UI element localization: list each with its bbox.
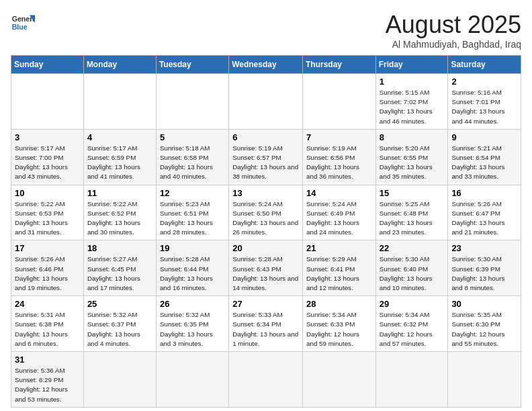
day-number: 18 <box>87 243 152 253</box>
day-number: 17 <box>15 243 80 253</box>
day-number: 10 <box>15 188 80 198</box>
calendar-cell: 9Sunrise: 5:21 AM Sunset: 6:54 PM Daylig… <box>448 129 521 185</box>
day-number: 19 <box>160 243 225 253</box>
calendar-cell: 3Sunrise: 5:17 AM Sunset: 7:00 PM Daylig… <box>11 129 84 185</box>
weekday-header-thursday: Thursday <box>303 56 376 74</box>
day-info: Sunrise: 5:22 AM Sunset: 6:52 PM Dayligh… <box>87 199 152 238</box>
day-info: Sunrise: 5:16 AM Sunset: 7:01 PM Dayligh… <box>451 88 517 126</box>
weekday-header-friday: Friday <box>375 56 448 74</box>
day-number: 31 <box>15 355 80 365</box>
day-number: 11 <box>87 188 152 198</box>
day-number: 14 <box>306 188 372 198</box>
calendar-cell <box>303 74 376 130</box>
calendar-title: August 2025 <box>386 11 521 39</box>
calendar-cell: 24Sunrise: 5:31 AM Sunset: 6:38 PM Dayli… <box>11 296 84 352</box>
calendar-cell: 14Sunrise: 5:24 AM Sunset: 6:49 PM Dayli… <box>303 185 376 240</box>
weekday-header-tuesday: Tuesday <box>156 56 228 74</box>
day-number: 13 <box>232 188 299 198</box>
day-info: Sunrise: 5:22 AM Sunset: 6:53 PM Dayligh… <box>15 199 80 238</box>
calendar-cell: 27Sunrise: 5:33 AM Sunset: 6:34 PM Dayli… <box>229 296 303 352</box>
calendar-cell <box>156 352 228 408</box>
day-info: Sunrise: 5:33 AM Sunset: 6:34 PM Dayligh… <box>232 310 299 349</box>
calendar-cell: 31Sunrise: 5:36 AM Sunset: 6:29 PM Dayli… <box>11 352 84 408</box>
day-number: 9 <box>451 132 517 142</box>
calendar-cell: 21Sunrise: 5:29 AM Sunset: 6:41 PM Dayli… <box>303 240 376 296</box>
day-info: Sunrise: 5:23 AM Sunset: 6:51 PM Dayligh… <box>160 199 225 238</box>
calendar-cell: 23Sunrise: 5:30 AM Sunset: 6:39 PM Dayli… <box>448 240 521 296</box>
calendar-cell: 20Sunrise: 5:28 AM Sunset: 6:43 PM Dayli… <box>229 240 303 296</box>
calendar-cell <box>11 74 84 130</box>
day-info: Sunrise: 5:36 AM Sunset: 6:29 PM Dayligh… <box>15 366 80 404</box>
weekday-header-sunday: Sunday <box>11 56 84 74</box>
calendar-header: SundayMondayTuesdayWednesdayThursdayFrid… <box>11 56 521 74</box>
day-info: Sunrise: 5:35 AM Sunset: 6:30 PM Dayligh… <box>451 310 517 349</box>
day-number: 16 <box>451 188 517 198</box>
svg-text:Blue: Blue <box>12 23 28 31</box>
day-info: Sunrise: 5:26 AM Sunset: 6:47 PM Dayligh… <box>451 199 517 238</box>
day-number: 5 <box>160 132 225 142</box>
calendar-cell: 1Sunrise: 5:15 AM Sunset: 7:02 PM Daylig… <box>375 74 448 130</box>
calendar-cell: 18Sunrise: 5:27 AM Sunset: 6:45 PM Dayli… <box>83 240 156 296</box>
day-info: Sunrise: 5:17 AM Sunset: 6:59 PM Dayligh… <box>87 144 152 182</box>
day-number: 4 <box>87 132 152 142</box>
day-number: 22 <box>380 243 445 253</box>
logo-icon: General Blue <box>11 11 35 35</box>
weekday-header-saturday: Saturday <box>448 56 521 74</box>
logo: General Blue <box>11 11 35 35</box>
day-number: 6 <box>232 132 299 142</box>
day-info: Sunrise: 5:32 AM Sunset: 6:35 PM Dayligh… <box>160 310 225 349</box>
day-info: Sunrise: 5:34 AM Sunset: 6:32 PM Dayligh… <box>380 310 445 349</box>
calendar-cell <box>156 74 228 130</box>
calendar-cell <box>448 352 521 408</box>
day-number: 8 <box>380 132 445 142</box>
day-number: 21 <box>306 243 372 253</box>
day-info: Sunrise: 5:15 AM Sunset: 7:02 PM Dayligh… <box>380 88 445 126</box>
calendar-cell: 26Sunrise: 5:32 AM Sunset: 6:35 PM Dayli… <box>156 296 228 352</box>
calendar-subtitle: Al Mahmudiyah, Baghdad, Iraq <box>386 39 521 50</box>
day-info: Sunrise: 5:31 AM Sunset: 6:38 PM Dayligh… <box>15 310 80 349</box>
header: General Blue August 2025 Al Mahmudiyah, … <box>11 11 521 50</box>
calendar-cell: 10Sunrise: 5:22 AM Sunset: 6:53 PM Dayli… <box>11 185 84 240</box>
calendar-cell: 17Sunrise: 5:26 AM Sunset: 6:46 PM Dayli… <box>11 240 84 296</box>
calendar-cell: 22Sunrise: 5:30 AM Sunset: 6:40 PM Dayli… <box>375 240 448 296</box>
day-info: Sunrise: 5:29 AM Sunset: 6:41 PM Dayligh… <box>306 255 372 293</box>
calendar-cell: 28Sunrise: 5:34 AM Sunset: 6:33 PM Dayli… <box>303 296 376 352</box>
day-number: 23 <box>451 243 517 253</box>
day-info: Sunrise: 5:17 AM Sunset: 7:00 PM Dayligh… <box>15 144 80 182</box>
calendar-cell: 4Sunrise: 5:17 AM Sunset: 6:59 PM Daylig… <box>83 129 156 185</box>
day-info: Sunrise: 5:24 AM Sunset: 6:50 PM Dayligh… <box>232 199 299 238</box>
calendar-cell: 6Sunrise: 5:19 AM Sunset: 6:57 PM Daylig… <box>229 129 303 185</box>
weekday-header-monday: Monday <box>83 56 156 74</box>
calendar-cell: 7Sunrise: 5:19 AM Sunset: 6:56 PM Daylig… <box>303 129 376 185</box>
day-number: 15 <box>380 188 445 198</box>
day-info: Sunrise: 5:21 AM Sunset: 6:54 PM Dayligh… <box>451 144 517 182</box>
day-info: Sunrise: 5:19 AM Sunset: 6:56 PM Dayligh… <box>306 144 372 182</box>
day-info: Sunrise: 5:18 AM Sunset: 6:58 PM Dayligh… <box>160 144 225 182</box>
calendar-cell <box>83 74 156 130</box>
day-number: 3 <box>15 132 80 142</box>
title-area: August 2025 Al Mahmudiyah, Baghdad, Iraq <box>386 11 521 50</box>
day-info: Sunrise: 5:25 AM Sunset: 6:48 PM Dayligh… <box>380 199 445 238</box>
day-number: 29 <box>380 299 445 309</box>
calendar-cell <box>229 352 303 408</box>
day-info: Sunrise: 5:30 AM Sunset: 6:40 PM Dayligh… <box>380 255 445 293</box>
calendar-cell: 30Sunrise: 5:35 AM Sunset: 6:30 PM Dayli… <box>448 296 521 352</box>
day-number: 2 <box>451 77 517 87</box>
day-number: 12 <box>160 188 225 198</box>
day-number: 26 <box>160 299 225 309</box>
weekday-header-wednesday: Wednesday <box>229 56 303 74</box>
day-info: Sunrise: 5:28 AM Sunset: 6:44 PM Dayligh… <box>160 255 225 293</box>
day-info: Sunrise: 5:32 AM Sunset: 6:37 PM Dayligh… <box>87 310 152 349</box>
calendar-table: SundayMondayTuesdayWednesdayThursdayFrid… <box>11 55 521 408</box>
calendar-cell <box>83 352 156 408</box>
day-info: Sunrise: 5:20 AM Sunset: 6:55 PM Dayligh… <box>380 144 445 182</box>
calendar-cell: 15Sunrise: 5:25 AM Sunset: 6:48 PM Dayli… <box>375 185 448 240</box>
day-info: Sunrise: 5:27 AM Sunset: 6:45 PM Dayligh… <box>87 255 152 293</box>
calendar-cell: 25Sunrise: 5:32 AM Sunset: 6:37 PM Dayli… <box>83 296 156 352</box>
day-info: Sunrise: 5:24 AM Sunset: 6:49 PM Dayligh… <box>306 199 372 238</box>
calendar-cell <box>375 352 448 408</box>
day-info: Sunrise: 5:26 AM Sunset: 6:46 PM Dayligh… <box>15 255 80 293</box>
day-info: Sunrise: 5:19 AM Sunset: 6:57 PM Dayligh… <box>232 144 299 182</box>
calendar-cell: 12Sunrise: 5:23 AM Sunset: 6:51 PM Dayli… <box>156 185 228 240</box>
day-number: 25 <box>87 299 152 309</box>
